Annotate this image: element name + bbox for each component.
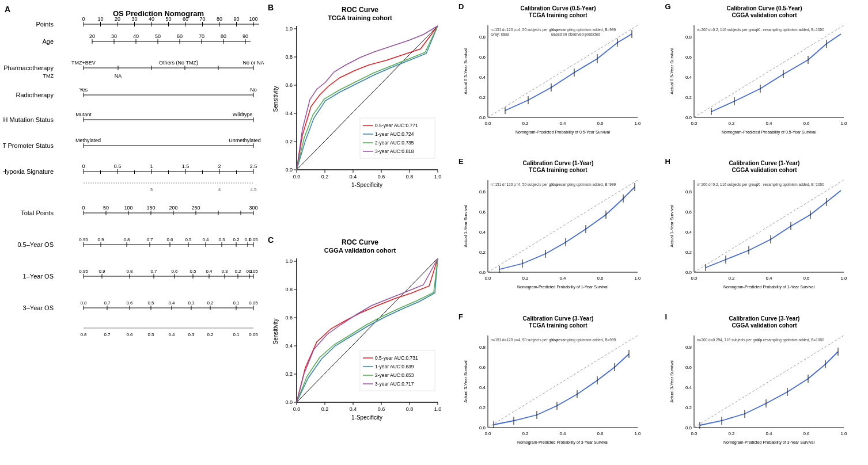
svg-text:0: 0 bbox=[82, 16, 85, 22]
svg-text:0.8: 0.8 bbox=[406, 406, 414, 412]
svg-text:TCGA training cohort: TCGA training cohort bbox=[328, 14, 392, 21]
svg-text:0.2: 0.2 bbox=[234, 269, 241, 274]
svg-text:0.6: 0.6 bbox=[803, 121, 810, 126]
svg-text:0.2: 0.2 bbox=[285, 371, 293, 377]
svg-text:MGMT Promoter Status: MGMT Promoter Status bbox=[3, 142, 54, 149]
svg-text:TMZ: TMZ bbox=[43, 73, 54, 79]
svg-text:0.9: 0.9 bbox=[98, 269, 105, 274]
svg-text:Actual 0.5-Year Survival: Actual 0.5-Year Survival bbox=[669, 48, 674, 94]
svg-text:0.2: 0.2 bbox=[479, 250, 486, 255]
svg-text:0.7: 0.7 bbox=[146, 237, 153, 242]
svg-text:TMZ+BEV: TMZ+BEV bbox=[71, 60, 96, 66]
svg-text:Calibration Curve (0.5-Year): Calibration Curve (0.5-Year) bbox=[727, 5, 802, 12]
svg-text:CGGA validation cohort: CGGA validation cohort bbox=[324, 247, 396, 254]
svg-text:1.5: 1.5 bbox=[182, 163, 189, 169]
svg-text:0.4: 0.4 bbox=[479, 385, 486, 390]
svg-text:3-year   AUC:0.818: 3-year AUC:0.818 bbox=[375, 148, 414, 154]
svg-text:0.0: 0.0 bbox=[484, 121, 491, 126]
svg-text:Yes: Yes bbox=[79, 87, 88, 93]
svg-text:2: 2 bbox=[218, 163, 221, 169]
svg-text:Nomogram-Predicted Probability: Nomogram-Predicted Probability of 1-Year… bbox=[723, 285, 815, 289]
svg-text:0.0: 0.0 bbox=[285, 167, 293, 173]
svg-text:Pharmacotherapy: Pharmacotherapy bbox=[3, 64, 54, 71]
svg-line-382 bbox=[488, 336, 638, 428]
svg-line-356 bbox=[694, 180, 844, 272]
svg-text:1-Specificity: 1-Specificity bbox=[351, 182, 382, 188]
svg-text:0.5: 0.5 bbox=[147, 300, 154, 306]
svg-text:0.6: 0.6 bbox=[285, 315, 293, 321]
svg-text:n=200 d=0.2, 116 subjects per : n=200 d=0.2, 116 subjects per group bbox=[697, 28, 759, 32]
svg-text:0.2: 0.2 bbox=[233, 237, 240, 242]
svg-text:1: 1 bbox=[150, 163, 153, 169]
svg-text:n=151 d=120 p=4, 50 subjects p: n=151 d=120 p=4, 50 subjects per group bbox=[491, 28, 559, 32]
svg-text:20: 20 bbox=[115, 16, 120, 22]
svg-text:0.5: 0.5 bbox=[147, 332, 154, 337]
svg-text:CGGA validation cohort: CGGA validation cohort bbox=[732, 12, 798, 18]
svg-text:60: 60 bbox=[183, 16, 188, 22]
svg-text:n=151 d=120 p=4, 50 subjects p: n=151 d=120 p=4, 50 subjects per group bbox=[491, 182, 559, 187]
svg-text:0.2: 0.2 bbox=[729, 276, 736, 281]
svg-text:0.2: 0.2 bbox=[479, 405, 486, 410]
svg-text:1.0: 1.0 bbox=[841, 121, 848, 126]
svg-text:0.6: 0.6 bbox=[479, 55, 486, 60]
svg-text:Sensitivity: Sensitivity bbox=[272, 86, 279, 112]
svg-text:ROC Curve: ROC Curve bbox=[342, 6, 378, 14]
svg-text:CGGA validation cohort: CGGA validation cohort bbox=[732, 322, 798, 329]
svg-text:0.6: 0.6 bbox=[126, 300, 133, 306]
svg-text:0.4: 0.4 bbox=[766, 276, 773, 281]
svg-text:0.0: 0.0 bbox=[691, 121, 698, 126]
svg-text:0.4: 0.4 bbox=[685, 385, 692, 390]
panel-g-label: G bbox=[665, 2, 671, 11]
panel-c: C ROC Curve CGGA validation cohort 0.0 0… bbox=[265, 232, 455, 465]
svg-text:2-year    AUC:0.735: 2-year AUC:0.735 bbox=[375, 140, 414, 146]
svg-text:0.4: 0.4 bbox=[285, 110, 293, 116]
svg-text:0.4: 0.4 bbox=[685, 75, 692, 80]
svg-text:70: 70 bbox=[199, 16, 205, 22]
svg-text:0.2: 0.2 bbox=[321, 174, 329, 180]
svg-line-409 bbox=[694, 336, 844, 428]
svg-text:Based on observed-predicted: Based on observed-predicted bbox=[551, 32, 600, 37]
svg-text:3–Year OS: 3–Year OS bbox=[23, 304, 54, 311]
svg-text:Methylated: Methylated bbox=[75, 138, 101, 143]
svg-text:3: 3 bbox=[150, 187, 153, 192]
svg-text:0.4: 0.4 bbox=[350, 406, 357, 412]
svg-text:1.0: 1.0 bbox=[285, 26, 293, 32]
svg-text:0.0: 0.0 bbox=[691, 276, 698, 281]
svg-text:Actual 3-Year Survival: Actual 3-Year Survival bbox=[669, 360, 674, 403]
svg-text:0.4: 0.4 bbox=[285, 343, 293, 349]
svg-text:0.6: 0.6 bbox=[285, 82, 293, 88]
svg-text:Calibration Curve (0.5-Year): Calibration Curve (0.5-Year) bbox=[520, 5, 596, 12]
svg-text:0.2: 0.2 bbox=[522, 121, 529, 126]
svg-text:0.1: 0.1 bbox=[233, 300, 240, 306]
svg-text:IDH Mutation Status: IDH Mutation Status bbox=[3, 116, 54, 123]
svg-text:2.5: 2.5 bbox=[250, 163, 257, 169]
svg-text:0.6: 0.6 bbox=[378, 406, 385, 412]
svg-text:0.8: 0.8 bbox=[479, 35, 486, 40]
svg-text:0.6: 0.6 bbox=[166, 237, 173, 242]
svg-text:0.2: 0.2 bbox=[522, 431, 529, 436]
svg-text:CGGA validation cohort: CGGA validation cohort bbox=[732, 167, 798, 173]
svg-text:0.8: 0.8 bbox=[685, 35, 692, 40]
svg-text:0.4: 0.4 bbox=[559, 431, 566, 436]
svg-text:100: 100 bbox=[124, 205, 132, 211]
svg-text:0.2: 0.2 bbox=[729, 431, 736, 436]
svg-text:30: 30 bbox=[131, 16, 137, 22]
svg-text:0.4: 0.4 bbox=[479, 230, 486, 235]
svg-text:ROC Curve: ROC Curve bbox=[342, 238, 378, 246]
svg-text:0.3: 0.3 bbox=[218, 237, 225, 242]
svg-text:Calibration Curve (1-Year): Calibration Curve (1-Year) bbox=[729, 160, 800, 166]
svg-text:0.0: 0.0 bbox=[484, 431, 491, 436]
svg-text:Wildtype: Wildtype bbox=[233, 112, 253, 117]
svg-text:0.6: 0.6 bbox=[803, 276, 810, 281]
svg-text:n=151 d=120 p=4, 50 subjects p: n=151 d=120 p=4, 50 subjects per group bbox=[491, 338, 559, 342]
svg-text:90: 90 bbox=[242, 33, 248, 39]
svg-text:Radiotherapy: Radiotherapy bbox=[16, 92, 54, 98]
svg-text:3-year   AUC:0.717: 3-year AUC:0.717 bbox=[375, 381, 414, 387]
panel-h-label: H bbox=[665, 157, 670, 166]
panel-g: G Calibration Curve (0.5-Year) CGGA vali… bbox=[662, 0, 869, 155]
svg-text:0.6: 0.6 bbox=[171, 269, 178, 274]
svg-text:0.5: 0.5 bbox=[189, 269, 196, 274]
svg-text:0.1: 0.1 bbox=[233, 332, 240, 337]
svg-text:0.6: 0.6 bbox=[685, 55, 692, 60]
svg-text:Nomogram-Predicted Probability: Nomogram-Predicted Probability of 0.5-Ye… bbox=[722, 130, 816, 135]
